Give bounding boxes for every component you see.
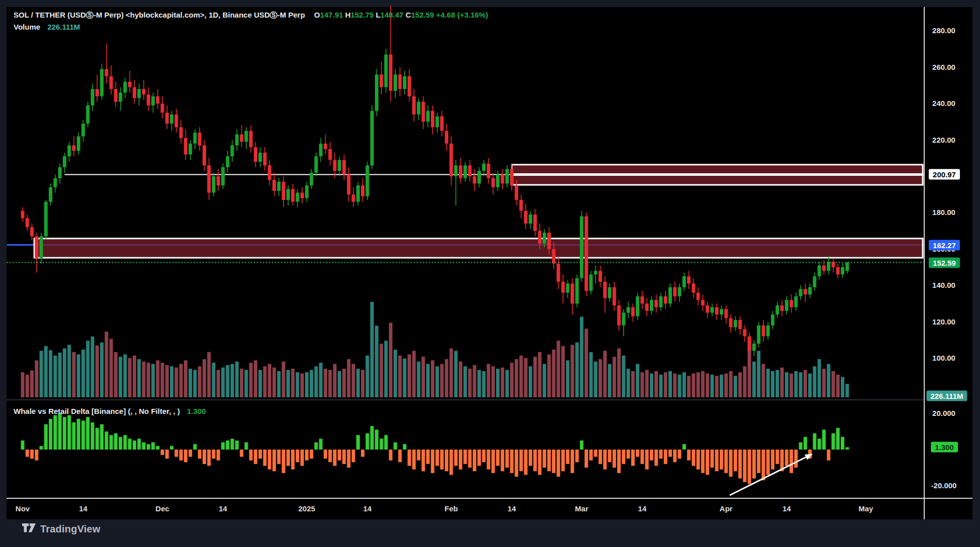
time-axis-label-14[interactable]: 14: [638, 504, 647, 513]
time-axis-label-dec[interactable]: Dec: [155, 504, 169, 513]
time-axis-label-mar[interactable]: Mar: [575, 504, 589, 513]
price-badge-last-price: 152.59: [929, 257, 960, 268]
indicator-value: 1.300: [187, 407, 206, 415]
price-tick-label[interactable]: 120.00: [920, 317, 968, 326]
price-tick-label[interactable]: 280.00: [920, 26, 968, 35]
indicator-value-badge: 1.300: [931, 442, 958, 453]
time-axis-label-14[interactable]: 14: [219, 504, 227, 513]
price-tick-label[interactable]: 220.00: [920, 136, 968, 144]
indicator-title[interactable]: Whale vs Retail Delta [Binance] (, , No …: [14, 407, 180, 415]
time-axis-label-14[interactable]: 14: [508, 504, 516, 513]
time-axis-label-feb[interactable]: Feb: [444, 504, 458, 513]
price-badge-white-line-price: 200.97: [929, 169, 960, 180]
time-axis-label-14[interactable]: 14: [782, 504, 791, 513]
high-value: 152.75: [351, 11, 374, 19]
symbol-title[interactable]: SOL / TETHER (USDⓈ-M Perp) <hyblockcapit…: [14, 11, 305, 19]
time-axis-label-2025[interactable]: 2025: [299, 504, 315, 513]
close-label: C: [406, 11, 411, 19]
chart-widget[interactable]: [7, 7, 972, 519]
open-value: 147.91: [320, 11, 343, 19]
time-axis-label-may[interactable]: May: [858, 504, 873, 513]
time-axis-label-14[interactable]: 14: [79, 504, 87, 513]
indicator-row: Whale vs Retail Delta [Binance] (, , No …: [14, 407, 206, 415]
open-label: O: [314, 11, 320, 19]
low-label: L: [376, 11, 380, 19]
high-label: H: [345, 11, 351, 19]
change-value: +4.68 (+3.16%): [436, 11, 488, 19]
tradingview-logo-icon: [22, 523, 36, 535]
tradingview-logo[interactable]: TradingView: [22, 523, 101, 535]
low-value: 148.47: [380, 11, 404, 19]
indicator-tick-label[interactable]: 20.000: [920, 409, 968, 417]
tradingview-logo-text: TradingView: [40, 523, 101, 535]
time-axis-label-14[interactable]: 14: [363, 504, 372, 513]
time-axis-label-nov[interactable]: Nov: [16, 504, 30, 513]
volume-value: 226.111M: [47, 23, 80, 31]
time-axis-label-apr[interactable]: Apr: [720, 504, 733, 513]
ohlc-readout: O147.91 H152.75 L148.47 C152.59 +4.68 (+…: [314, 11, 488, 19]
volume-label[interactable]: Volume: [14, 23, 40, 31]
volume-badge: 226.111M: [926, 391, 967, 401]
price-tick-label[interactable]: 180.00: [920, 208, 968, 216]
volume-row: Volume 226.111M: [14, 23, 80, 31]
chart-header: SOL / TETHER (USDⓈ-M Perp) <hyblockcapit…: [14, 11, 488, 20]
close-value: 152.59: [411, 11, 434, 19]
indicator-tick-label[interactable]: -20.000: [920, 481, 968, 490]
price-tick-label[interactable]: 260.00: [920, 63, 968, 71]
price-tick-label[interactable]: 100.00: [920, 354, 968, 362]
tradingview-chart-window: SOL / TETHER (USDⓈ-M Perp) <hyblockcapit…: [0, 0, 980, 547]
price-tick-label[interactable]: 240.00: [920, 99, 968, 107]
price-tick-label[interactable]: 140.00: [920, 281, 968, 289]
price-badge-blue-line-price: 162.27: [929, 240, 960, 250]
